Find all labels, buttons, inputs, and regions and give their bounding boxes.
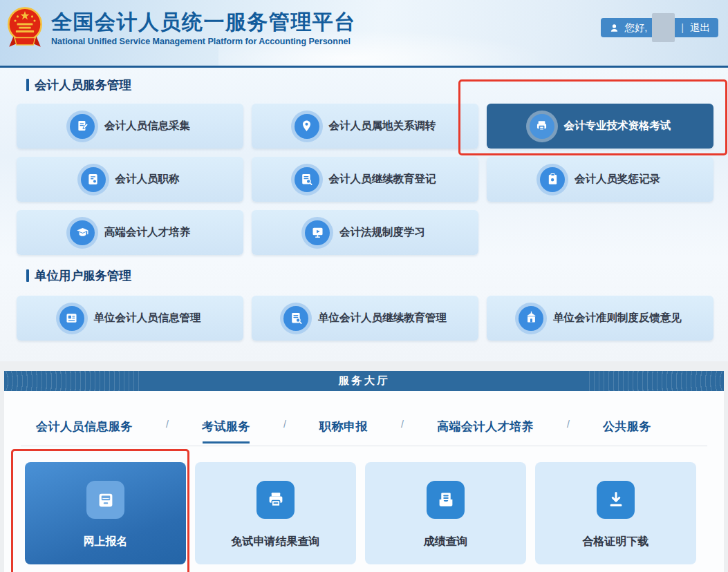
banner-dots-decoration	[4, 371, 142, 391]
online-registration-icon	[86, 481, 124, 519]
hall-card-label: 合格证明下载	[583, 535, 649, 549]
logout-button[interactable]: 退出	[690, 21, 710, 35]
service-card[interactable]: 会计人员属地关系调转	[252, 104, 478, 149]
tab-separator: /	[166, 419, 169, 430]
service-hall-cards: 网上报名免试申请结果查询成绩查询合格证明下载	[25, 462, 696, 564]
service-card-label: 单位会计准则制度反馈意见	[553, 311, 682, 325]
service-hall-tab[interactable]: 高端会计人才培养	[437, 419, 534, 444]
personal-section-heading: 会计人员服务管理	[26, 68, 728, 93]
page: 全国会计人员统一服务管理平台 National Unified Service …	[0, 0, 728, 572]
user-menu[interactable]: 您好, | 退出	[601, 18, 718, 37]
service-card[interactable]: 会计人员奖惩记录	[487, 157, 713, 202]
banner-dots-decoration	[586, 371, 724, 391]
service-hall-tabs: 会计人员信息服务/考试服务/职称申报/高端会计人才培养/公共服务	[36, 419, 651, 444]
national-emblem-logo	[6, 6, 44, 52]
service-hall-tab[interactable]: 公共服务	[603, 419, 651, 444]
app-header: 全国会计人员统一服务管理平台 National Unified Service …	[0, 0, 728, 68]
greeting-text: 您好,	[624, 21, 647, 35]
page-title: 全国会计人员统一服务管理平台	[51, 10, 356, 35]
hall-card[interactable]: 免试申请结果查询	[195, 462, 356, 564]
service-hall-tab[interactable]: 职称申报	[319, 419, 368, 444]
document-search-icon	[295, 167, 319, 192]
service-hall-panel: 会计人员信息服务/考试服务/职称申报/高端会计人才培养/公共服务 网上报名免试申…	[4, 391, 724, 572]
hall-card[interactable]: 成绩查询	[365, 462, 526, 564]
title-certificate-icon	[81, 167, 106, 192]
service-card-label: 高端会计人才培养	[104, 225, 190, 240]
certificate-download-icon	[597, 481, 635, 519]
hall-card[interactable]: 网上报名	[25, 462, 186, 564]
tab-separator: /	[401, 419, 404, 430]
service-card[interactable]: 单位会计准则制度反馈意见	[487, 296, 713, 341]
page-subtitle: National Unified Service Management Plat…	[51, 37, 356, 46]
service-card[interactable]: 会计人员继续教育登记	[252, 157, 478, 202]
service-card-label: 会计人员奖惩记录	[575, 172, 660, 187]
exam-printer-icon	[530, 114, 554, 139]
badge-separator: |	[680, 22, 685, 33]
service-hall-title: 服务大厅	[339, 374, 390, 388]
service-card-label: 会计专业技术资格考试	[564, 119, 671, 133]
personal-section-title: 会计人员服务管理	[35, 77, 131, 93]
document-edit-icon	[70, 114, 95, 139]
service-card-label: 会计人员职称	[115, 172, 180, 187]
tab-separator: /	[283, 419, 286, 430]
exemption-print-icon	[256, 481, 295, 519]
redacted-username	[652, 13, 675, 42]
hall-card[interactable]: 合格证明下载	[535, 462, 696, 564]
service-card[interactable]: 单位会计人员信息管理	[17, 296, 243, 341]
personal-cards-grid: 会计人员信息采集会计人员属地关系调转会计专业技术资格考试会计人员职称会计人员继续…	[17, 104, 715, 255]
video-learning-icon	[305, 220, 330, 245]
service-card-label: 会计法规制度学习	[339, 225, 425, 240]
service-hall-banner: 服务大厅	[4, 371, 724, 391]
unit-section-heading: 单位用户服务管理	[26, 255, 728, 284]
hall-card-label: 免试申请结果查询	[232, 535, 320, 549]
service-card[interactable]: 单位会计人员继续教育管理	[252, 296, 478, 341]
graduation-cap-icon	[70, 220, 95, 245]
id-card-icon	[59, 306, 84, 331]
document-search-icon	[283, 306, 308, 331]
service-card-label: 单位会计人员信息管理	[94, 311, 201, 325]
unit-cards-grid: 单位会计人员信息管理单位会计人员继续教育管理单位会计准则制度反馈意见	[17, 296, 715, 341]
service-card[interactable]: 会计人员职称	[17, 157, 243, 202]
service-card-label: 单位会计人员继续教育管理	[318, 311, 447, 325]
hall-card-label: 成绩查询	[424, 535, 468, 549]
location-person-icon	[295, 114, 319, 139]
service-card-label: 会计人员属地关系调转	[329, 119, 436, 133]
feedback-building-icon	[519, 306, 543, 331]
hall-card-label: 网上报名	[84, 535, 128, 549]
unit-section-title: 单位用户服务管理	[35, 267, 131, 284]
service-card[interactable]: 会计法规制度学习	[252, 210, 478, 255]
score-inbox-icon	[427, 481, 465, 519]
service-card-label: 会计人员继续教育登记	[329, 172, 436, 187]
user-icon	[609, 23, 619, 33]
tab-separator: /	[567, 419, 570, 430]
service-card[interactable]: 会计人员信息采集	[17, 104, 243, 149]
services-panel: 会计人员服务管理 会计人员信息采集会计人员属地关系调转会计专业技术资格考试会计人…	[0, 68, 728, 361]
tabs-divider	[21, 446, 707, 446]
service-hall-tab[interactable]: 会计人员信息服务	[36, 419, 133, 444]
service-card[interactable]: 会计专业技术资格考试	[487, 104, 713, 149]
service-hall-tab[interactable]: 考试服务	[202, 419, 250, 444]
service-card-label: 会计人员信息采集	[104, 119, 190, 133]
service-card[interactable]: 高端会计人才培养	[17, 210, 243, 255]
record-search-icon	[540, 167, 565, 192]
